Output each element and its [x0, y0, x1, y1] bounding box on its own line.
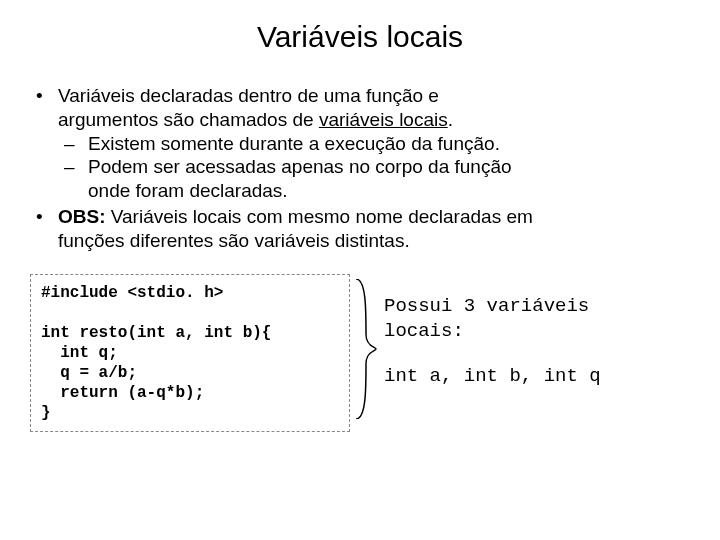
side-line-2: locais: [384, 319, 601, 344]
bullet-1: Variáveis declaradas dentro de uma funçã… [58, 84, 690, 203]
code-block: #include <stdio. h> int resto(int a, int… [30, 274, 350, 432]
slide-title: Variáveis locais [30, 20, 690, 54]
side-line-1: Possui 3 variáveis [384, 294, 601, 319]
sub-bullet-2: Podem ser acessadas apenas no corpo da f… [88, 155, 690, 203]
bullet-1-line1: Variáveis declaradas dentro de uma funçã… [58, 85, 439, 106]
sub-bullet-2b: onde foram declaradas. [88, 180, 288, 201]
sub-bullet-2a: Podem ser acessadas apenas no corpo da f… [88, 156, 512, 177]
bullet-1-line2-pre: argumentos são chamados de [58, 109, 319, 130]
bullet-1-underlined: variáveis locais [319, 109, 448, 130]
bullet-2-line2: funções diferentes são variáveis distint… [58, 230, 410, 251]
side-line-3: int a, int b, int q [384, 364, 601, 389]
sub-bullet-1: Existem somente durante a execução da fu… [88, 132, 690, 156]
slide-content: Variáveis declaradas dentro de uma funçã… [30, 84, 690, 432]
side-note: Possui 3 variáveis locais: int a, int b,… [380, 274, 601, 388]
bullet-2-label: OBS: [58, 206, 106, 227]
bullet-2-line1: Variáveis locais com mesmo nome declarad… [106, 206, 533, 227]
bullet-1-line2-post: . [448, 109, 453, 130]
bullet-2: OBS: Variáveis locais com mesmo nome dec… [58, 205, 690, 253]
curly-brace-icon [350, 274, 380, 432]
